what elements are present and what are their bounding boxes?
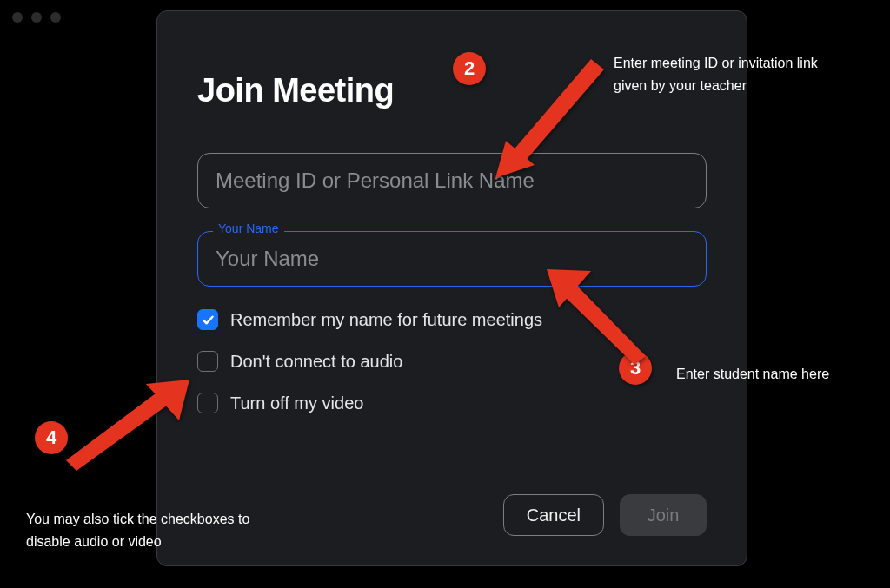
meeting-id-field bbox=[197, 153, 707, 208]
svg-marker-4 bbox=[66, 391, 170, 471]
name-field-label: Your Name bbox=[213, 221, 284, 235]
svg-marker-0 bbox=[511, 59, 604, 163]
annotation-caption-3: Enter student name here bbox=[676, 363, 876, 386]
meeting-id-input[interactable] bbox=[197, 153, 707, 208]
svg-marker-2 bbox=[561, 281, 646, 365]
check-icon bbox=[202, 314, 215, 327]
annotation-caption-2: Enter meeting ID or invitation link give… bbox=[614, 52, 831, 96]
checkbox-remember[interactable] bbox=[197, 309, 218, 330]
option-no-video[interactable]: Turn off my video bbox=[197, 393, 707, 413]
checkbox-no-audio[interactable] bbox=[197, 351, 218, 372]
join-button[interactable]: Join bbox=[620, 494, 707, 536]
annotation-arrow-2 bbox=[487, 52, 608, 182]
button-row: Cancel Join bbox=[503, 494, 707, 536]
cancel-button[interactable]: Cancel bbox=[503, 494, 604, 536]
checkbox-no-video[interactable] bbox=[197, 393, 218, 413]
annotation-arrow-4 bbox=[59, 375, 198, 479]
annotation-caption-4: You may also tick the checkboxes to disa… bbox=[26, 508, 287, 552]
option-no-video-label: Turn off my video bbox=[230, 393, 363, 413]
annotation-badge-2: 2 bbox=[453, 52, 486, 85]
option-remember-label: Remember my name for future meetings bbox=[230, 310, 542, 330]
option-no-audio-label: Don't connect to audio bbox=[230, 352, 402, 372]
annotation-arrow-3 bbox=[543, 262, 656, 367]
window-traffic-lights bbox=[12, 12, 61, 23]
